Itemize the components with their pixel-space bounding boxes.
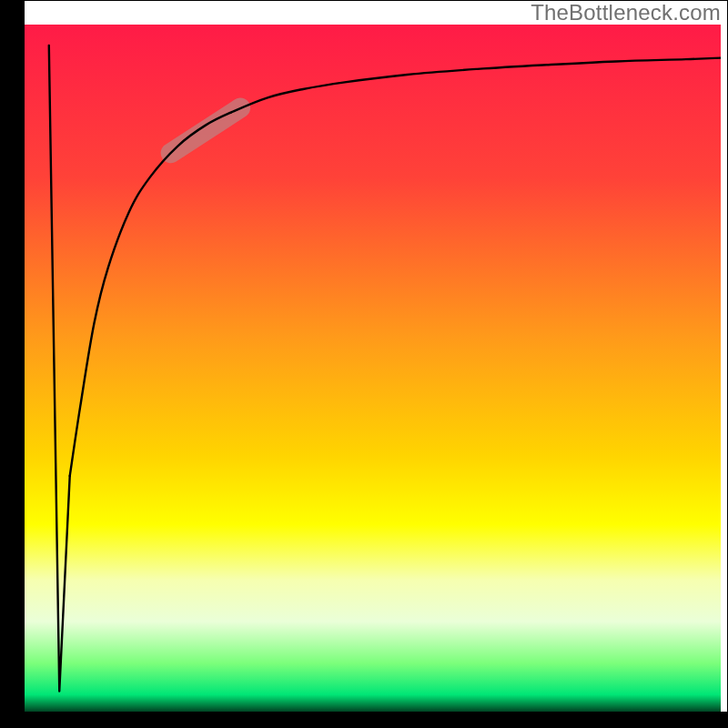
plot-background bbox=[25, 25, 721, 719]
chart-stage: TheBottleneck.com bbox=[0, 0, 728, 728]
watermark-text: TheBottleneck.com bbox=[531, 0, 721, 25]
chart-svg bbox=[0, 0, 728, 728]
frame-left-band bbox=[0, 0, 25, 728]
frame-bottom-band bbox=[0, 712, 728, 728]
